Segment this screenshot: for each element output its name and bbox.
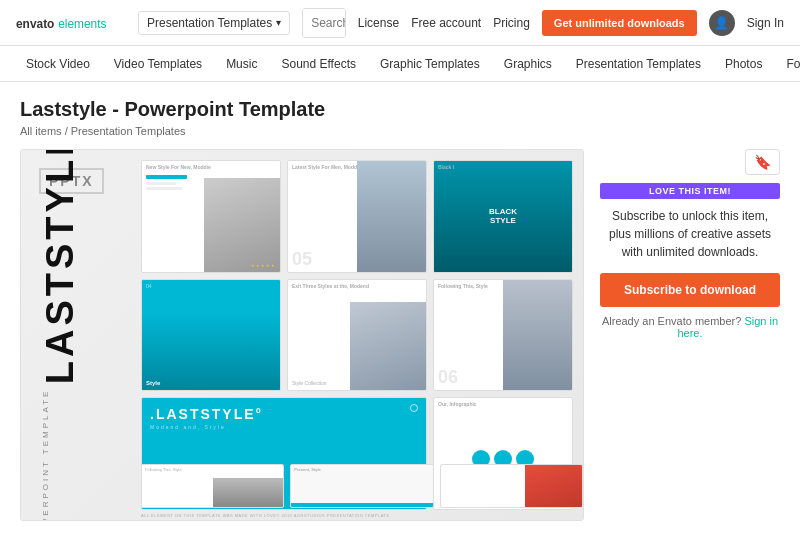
subscribe-description: Subscribe to unlock this item, plus mill… <box>600 207 780 261</box>
chevron-down-icon: ▾ <box>276 17 281 28</box>
license-link[interactable]: License <box>358 16 399 30</box>
breadcrumb: All items / Presentation Templates <box>20 125 780 137</box>
bookmark-button[interactable]: 🔖 <box>745 149 780 175</box>
nav-photos[interactable]: Photos <box>715 49 772 79</box>
main-layout: PPTX LASTSTYLE POWERPOINT TEMPLATE New S… <box>20 149 780 521</box>
get-unlimited-button[interactable]: Get unlimited downloads <box>542 10 697 36</box>
bookmark-area: 🔖 <box>600 149 780 175</box>
page-title: Laststyle - Powerpoint Template <box>20 98 780 121</box>
search-bar: 🔍 <box>302 8 346 38</box>
svg-text:envato: envato <box>16 16 54 30</box>
preview-inner: PPTX LASTSTYLE POWERPOINT TEMPLATE New S… <box>21 150 583 520</box>
preview-footer-note: ALL ELEMENT ON THIS TEMPLATE WAS MADE WI… <box>141 513 390 518</box>
already-member-text: Already an Envato member? Sign in here. <box>600 315 780 339</box>
slides-grid: New Style For New, Moddie ★★★★★ Latest S… <box>141 160 573 510</box>
pricing-link[interactable]: Pricing <box>493 16 530 30</box>
vertical-text-container: LASTSTYLE POWERPOINT TEMPLATE <box>41 150 79 520</box>
nav-graphic-templates[interactable]: Graphic Templates <box>370 49 490 79</box>
slide-card-4: Exit Three Styles at the, Modend Style C… <box>287 279 427 392</box>
nav-fonts[interactable]: Fonts <box>776 49 800 79</box>
vertical-sub-text: POWERPOINT TEMPLATE <box>41 388 50 520</box>
sidebar: 🔖 LOVE THIS ITEM! Subscribe to unlock th… <box>600 149 780 521</box>
slide-card-5: Following This, Style 06 <box>433 279 573 392</box>
nav-video-templates[interactable]: Video Templates <box>104 49 212 79</box>
slide-card-6: 04 Style <box>141 279 281 392</box>
nav-bar: Stock Video Video Templates Music Sound … <box>0 46 800 82</box>
nav-sound-effects[interactable]: Sound Effects <box>271 49 366 79</box>
free-account-link[interactable]: Free account <box>411 16 481 30</box>
page-content: Laststyle - Powerpoint Template All item… <box>0 82 800 537</box>
user-avatar[interactable]: 👤 <box>709 10 735 36</box>
template-dropdown[interactable]: Presentation Templates ▾ <box>138 11 290 35</box>
preview-area: PPTX LASTSTYLE POWERPOINT TEMPLATE New S… <box>20 149 584 521</box>
nav-presentation-templates[interactable]: Presentation Templates <box>566 49 711 79</box>
header-links: License Free account Pricing <box>358 16 530 30</box>
vertical-main-text: LASTSTYLE <box>41 150 79 384</box>
breadcrumb-all-items[interactable]: All items <box>20 125 62 137</box>
top-header: envato elements Presentation Templates ▾… <box>0 0 800 46</box>
search-input[interactable] <box>303 9 346 37</box>
subscribe-button[interactable]: Subscribe to download <box>600 273 780 307</box>
logo[interactable]: envato elements <box>16 11 126 35</box>
signin-link[interactable]: Sign In <box>747 16 784 30</box>
slide-card-1: New Style For New, Moddie ★★★★★ <box>141 160 281 273</box>
love-badge: LOVE THIS ITEM! <box>600 183 780 199</box>
nav-stock-video[interactable]: Stock Video <box>16 49 100 79</box>
slide-card-2: Latest Style For Men, Moddie 05 <box>287 160 427 273</box>
nav-music[interactable]: Music <box>216 49 267 79</box>
svg-text:elements: elements <box>58 16 106 30</box>
breadcrumb-category[interactable]: Presentation Templates <box>71 125 186 137</box>
nav-graphics[interactable]: Graphics <box>494 49 562 79</box>
bottom-slides-row: Following This, Style Present, Style <box>141 464 583 508</box>
slide-card-3: Black I BLACKSTYLE <box>433 160 573 273</box>
